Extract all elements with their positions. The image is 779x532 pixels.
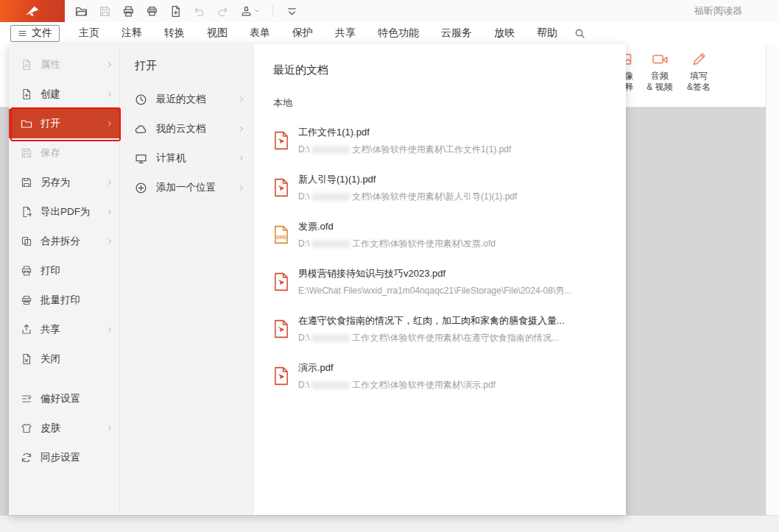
menu-tab-8[interactable]: 特色功能 <box>378 26 419 40</box>
save-icon <box>21 147 32 159</box>
open-submenu-panel: 打开 最近的文档 我的云文档 计算机 添加一个位置 <box>119 44 254 515</box>
file-name: 工作文件1(1).pdf <box>298 126 511 139</box>
recent-file-item[interactable]: OFD 发票.ofd D:\工作文档\体验软件使用素材\发票.ofd <box>273 211 613 258</box>
stamp-tool-icon[interactable] <box>240 5 260 18</box>
sync-icon <box>21 452 32 464</box>
clock-icon <box>135 93 147 106</box>
file-path: D:\文档\体验软件使用素材\工作文件1(1).pdf <box>298 143 511 156</box>
open-panel-title: 打开 <box>135 59 254 73</box>
folder-open-icon[interactable] <box>75 5 88 18</box>
file-menu-item-label: 皮肤 <box>40 422 98 435</box>
recent-file-item[interactable]: 工作文件1(1).pdf D:\文档\体验软件使用素材\工作文件1(1).pdf <box>273 117 613 164</box>
print-icon <box>21 265 32 277</box>
file-menu-item[interactable]: 偏好设置 <box>9 384 119 414</box>
open-panel-item-label: 添加一个位置 <box>156 181 229 194</box>
cloud-icon <box>135 123 147 135</box>
file-menu-item[interactable]: 合并拆分 <box>9 227 119 256</box>
open-icon <box>21 118 32 130</box>
menu-tab-6[interactable]: 保护 <box>292 26 313 40</box>
file-menu-item[interactable]: 皮肤 <box>9 414 119 443</box>
file-menu-label: 文件 <box>32 26 52 40</box>
share-icon <box>21 324 32 336</box>
menu-tab-7[interactable]: 共享 <box>335 26 356 40</box>
recent-file-item[interactable]: 演示.pdf D:\工作文档\体验软件使用素材\演示.pdf <box>273 352 613 400</box>
file-menu-item-label: 合并拆分 <box>40 235 98 248</box>
file-menu-item-label: 另存为 <box>40 176 98 189</box>
file-menu-item[interactable]: 打印 <box>9 256 119 285</box>
redacted-blur <box>311 381 350 389</box>
menu-bar: 文件 主页注释转换视图表单保护共享特色功能云服务放映帮助 <box>0 22 779 44</box>
open-panel-item[interactable]: 我的云文档 <box>120 114 254 143</box>
pdf-file-icon <box>273 131 289 150</box>
create-pdf-icon[interactable] <box>169 5 182 18</box>
file-menu-sidebar: 属性 创建 打开 保存 另存为 导出PDF为 合并拆分 打印 批量打印 共享 <box>9 44 119 515</box>
file-menu-item-label: 同步设置 <box>40 451 98 464</box>
menu-tab-1[interactable]: 主页 <box>79 26 99 40</box>
menu-tab-5[interactable]: 表单 <box>250 26 270 40</box>
foxit-logo[interactable] <box>0 0 65 22</box>
file-name: 发票.ofd <box>298 220 496 233</box>
file-menu-item[interactable]: 关闭 <box>9 344 119 374</box>
file-menu-item: 属性 <box>9 50 119 79</box>
file-menu-item-label: 打印 <box>40 264 98 277</box>
chevron-right-icon <box>238 96 245 103</box>
file-menu-item[interactable]: 同步设置 <box>9 443 119 472</box>
plus-circle-icon <box>135 182 147 194</box>
save-icon <box>99 5 111 18</box>
chevron-right-icon <box>106 120 113 127</box>
path-text: D:\ <box>298 144 309 155</box>
customize-toolbar-icon[interactable] <box>286 5 298 18</box>
print-icon[interactable] <box>122 5 135 18</box>
ribbon-button[interactable]: 填写 &签名 <box>678 51 719 93</box>
foxit-logo-icon <box>24 4 41 18</box>
menu-tab-4[interactable]: 视图 <box>207 26 228 40</box>
path-text: 工作文档\体验软件使用素材\在遵守饮食指南的情况... <box>352 332 559 344</box>
recent-file-item[interactable]: 新人引导(1)(1).pdf D:\文档\体验软件使用素材\新人引导(1)(1)… <box>273 164 613 211</box>
open-panel-item[interactable]: 添加一个位置 <box>120 173 254 202</box>
menu-tab-10[interactable]: 放映 <box>494 26 515 40</box>
file-menu-item[interactable]: 导出PDF为 <box>9 197 119 227</box>
quick-print-icon[interactable] <box>146 5 158 18</box>
file-path: D:\工作文档\体验软件使用素材\发票.ofd <box>298 238 496 250</box>
file-menu-item-label: 保存 <box>40 146 98 160</box>
properties-icon <box>21 59 32 71</box>
menu-tab-3[interactable]: 转换 <box>164 26 185 40</box>
create-icon <box>21 88 32 100</box>
open-panel-item[interactable]: 计算机 <box>120 143 254 173</box>
path-text: D:\ <box>298 333 309 343</box>
search-icon[interactable] <box>574 28 585 39</box>
pdf-file-icon <box>273 178 289 197</box>
file-menu-item: 保存 <box>9 138 119 168</box>
menu-tab-2[interactable]: 注释 <box>121 26 142 40</box>
app-title: 福昕阅读器 <box>694 0 742 22</box>
file-menu-item[interactable]: 另存为 <box>9 168 119 197</box>
combine-icon <box>21 235 32 247</box>
menu-tab-11[interactable]: 帮助 <box>537 26 557 40</box>
export-icon <box>21 206 32 218</box>
pdf-file-icon <box>273 366 289 386</box>
file-menu-item[interactable]: 批量打印 <box>9 285 119 315</box>
chevron-right-icon <box>238 184 245 191</box>
path-text: D:\ <box>298 238 309 249</box>
ribbon-button[interactable]: 音频 & 视频 <box>639 51 680 93</box>
recent-file-item[interactable]: 男模营销接待知识与技巧v2023.pdf E:\WeChat Files\wxi… <box>273 258 613 305</box>
hamburger-menu-icon <box>18 29 27 38</box>
path-text: 工作文档\体验软件使用素材\发票.ofd <box>352 238 496 250</box>
redacted-blur <box>311 334 350 342</box>
open-panel-item[interactable]: 最近的文档 <box>120 85 254 114</box>
status-bar <box>0 515 779 532</box>
chevron-right-icon <box>106 208 113 216</box>
file-path: D:\工作文档\体验软件使用素材\在遵守饮食指南的情况... <box>298 332 565 344</box>
menu-tab-9[interactable]: 云服务 <box>441 26 472 40</box>
file-menu-item[interactable]: 创建 <box>9 79 119 109</box>
recent-file-item[interactable]: 在遵守饮食指南的情况下，红肉，加工肉和家禽的膳食摄入量... D:\工作文档\体… <box>273 305 613 352</box>
undo-icon <box>193 5 205 18</box>
workspace: 图像 注释 音频 & 视频 填写 &签名 属性 创建 打开 保存 另存为 <box>0 44 779 532</box>
file-name: 在遵守饮食指南的情况下，红肉，加工肉和家禽的膳食摄入量... <box>298 314 565 327</box>
file-menu-item[interactable]: 打开 <box>9 109 119 138</box>
path-text: 工作文档\体验软件使用素材\演示.pdf <box>352 379 496 391</box>
file-menu-button[interactable]: 文件 <box>10 25 60 42</box>
app-window: 福昕阅读器 文件 主页注释转换视图表单保护共享特色功能云服务放映帮助 图像 注释… <box>0 0 779 532</box>
file-menu-panel: 属性 创建 打开 保存 另存为 导出PDF为 合并拆分 打印 批量打印 共享 <box>9 44 626 515</box>
file-menu-item[interactable]: 共享 <box>9 315 119 344</box>
